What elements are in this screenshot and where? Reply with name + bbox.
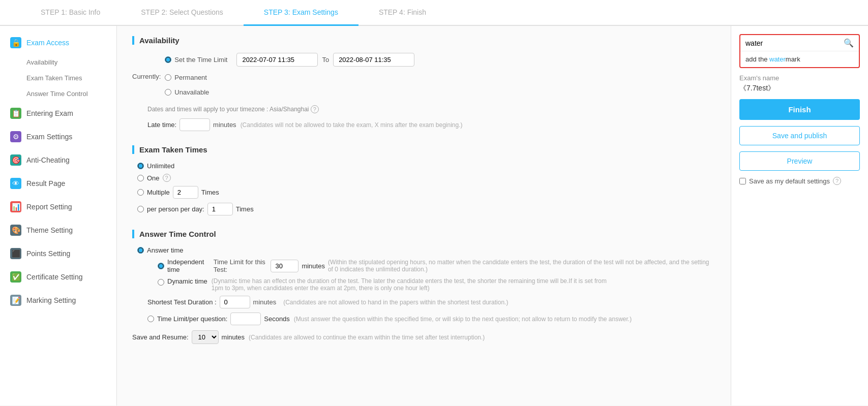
unlimited-label[interactable]: Unlimited [147, 162, 174, 170]
answer-time-block: Independent time Time Limit for this Tes… [147, 258, 715, 292]
unavailable-label[interactable]: Unavailable [174, 88, 209, 96]
stepper: STEP 1: Basic Info STEP 2: Select Questi… [0, 0, 868, 26]
unavailable-radio[interactable] [165, 89, 171, 96]
per-person-label[interactable]: per person per day: [147, 205, 204, 213]
sidebar-item-exam-access[interactable]: 🔒 Exam Access [0, 31, 116, 54]
preview-button[interactable]: Preview [739, 151, 860, 171]
independent-time-label[interactable]: Independent time [167, 258, 208, 273]
help-icon-timezone[interactable]: ? [311, 105, 319, 113]
search-result-highlight: water [769, 55, 786, 63]
dynamic-time-label[interactable]: Dynamic time [167, 277, 207, 285]
sidebar-subitem-availability[interactable]: Availability [0, 54, 116, 70]
time-limit-label: Time Limit for this Test: [214, 258, 268, 273]
search-input[interactable] [745, 39, 844, 47]
availability-section: Availability Currently: Set the Time Lim… [132, 36, 715, 131]
late-time-minutes: minutes [213, 121, 236, 129]
sidebar-subitem-answer-time-control[interactable]: Answer Time Control [0, 86, 116, 102]
one-radio-group: One ? [137, 174, 715, 182]
to-label: To [322, 56, 329, 64]
late-time-input[interactable] [179, 118, 210, 131]
marking-icon: 📝 [10, 295, 21, 306]
time-per-q-input[interactable] [230, 313, 261, 325]
multiple-value-input[interactable] [173, 186, 198, 199]
search-result-item[interactable]: add the watermark [740, 51, 859, 67]
availability-title: Availability [132, 36, 715, 45]
lock-icon: 🔒 [10, 37, 21, 48]
palette-icon: 🎨 [10, 225, 21, 236]
one-label[interactable]: One [147, 174, 160, 182]
shortest-hint: (Candidates are not allowed to hand in t… [283, 299, 508, 306]
help-icon-one[interactable]: ? [163, 174, 171, 182]
main-layout: 🔒 Exam Access Availability Exam Taken Ti… [0, 26, 868, 405]
late-time-hint: (Candidates will not be allowed to take … [241, 121, 463, 129]
sidebar-item-theme-setting[interactable]: 🎨 Theme Setting [0, 218, 116, 242]
eye-icon: 👁 [10, 178, 21, 189]
default-settings-label: Save as my default settings [749, 177, 830, 185]
save-resume-hint: (Candidates are allowed to continue the … [249, 334, 485, 341]
time-per-q-label[interactable]: Time Limit/per question: [157, 315, 227, 323]
search-result-pre: add the [745, 55, 769, 63]
finish-button[interactable]: Finish [739, 99, 860, 120]
date-from-input[interactable] [236, 53, 318, 67]
shortest-input[interactable] [220, 296, 250, 308]
independent-time-row: Independent time Time Limit for this Tes… [158, 258, 715, 273]
independent-time-radio[interactable] [158, 263, 164, 269]
time-per-q-row: Time Limit/per question: Seconds (Must a… [147, 313, 715, 325]
sidebar: 🔒 Exam Access Availability Exam Taken Ti… [0, 26, 117, 405]
currently-row: Currently: Set the Time Limit To Permane… [132, 53, 715, 100]
sidebar-item-entering-exam[interactable]: 📋 Entering Exam [0, 102, 116, 125]
multiple-radio[interactable] [137, 189, 144, 196]
dynamic-time-row: Dynamic time (Dynamic time has an effect… [158, 277, 715, 292]
sidebar-item-marking-setting[interactable]: 📝 Marking Setting [0, 289, 116, 312]
sidebar-item-anti-cheating[interactable]: 🎯 Anti-Cheating [0, 148, 116, 172]
sidebar-item-exam-settings[interactable]: ⚙ Exam Settings [0, 125, 116, 148]
sidebar-item-result-page[interactable]: 👁 Result Page [0, 172, 116, 195]
sidebar-item-report-setting[interactable]: 📊 Report Setting [0, 195, 116, 218]
chart-icon: 📊 [10, 201, 21, 212]
time-per-q-hint: (Must answer the question within the spe… [294, 316, 632, 323]
default-settings-checkbox[interactable] [739, 178, 746, 184]
set-time-limit-radio-group: Set the Time Limit To [165, 53, 414, 67]
timezone-note: Dates and times will apply to your timez… [147, 105, 715, 113]
step3[interactable]: STEP 3: Exam Settings [244, 0, 358, 26]
help-icon-default[interactable]: ? [833, 177, 841, 185]
per-person-radio-group: per person per day: Times [137, 203, 715, 215]
permanent-label[interactable]: Permanent [174, 74, 207, 81]
permanent-radio[interactable] [165, 74, 171, 81]
dynamic-time-radio[interactable] [158, 279, 164, 286]
right-panel: 🔍 add the watermark Exam's name 《7.7test… [731, 26, 868, 405]
search-box-wrapper: 🔍 add the watermark [739, 34, 860, 68]
sidebar-subitem-exam-taken-times[interactable]: Exam Taken Times [0, 70, 116, 86]
time-limit-input[interactable] [271, 260, 298, 272]
save-publish-button[interactable]: Save and publish [739, 126, 860, 145]
times-label: Times [201, 189, 219, 196]
answer-time-label[interactable]: Answer time [147, 246, 184, 254]
shortest-label: Shortest Test Duration : [147, 298, 217, 306]
save-resume-select[interactable]: 10 5 15 20 30 [192, 330, 219, 344]
answer-time-radio[interactable] [137, 247, 144, 254]
date-to-input[interactable] [333, 53, 414, 67]
search-icon[interactable]: 🔍 [844, 38, 854, 48]
unlimited-radio-group: Unlimited [137, 162, 715, 170]
sidebar-item-certificate-setting[interactable]: ✅ Certificate Setting [0, 265, 116, 289]
one-radio[interactable] [137, 175, 144, 181]
dynamic-hint: (Dynamic time has an effect on the durat… [212, 277, 618, 292]
sidebar-item-points-setting[interactable]: ⬛ Points Setting [0, 242, 116, 265]
step2[interactable]: STEP 2: Select Questions [121, 0, 244, 26]
per-person-times-label: Times [236, 205, 254, 213]
unlimited-radio[interactable] [137, 163, 144, 169]
exam-name-block: Exam's name 《7.7test》 [739, 74, 860, 93]
exam-taken-times-section: Exam Taken Times Unlimited One ? Multipl… [132, 145, 715, 215]
exam-taken-times-title: Exam Taken Times [132, 145, 715, 154]
late-time-label: Late time: [147, 121, 176, 129]
set-time-limit-label[interactable]: Set the Time Limit [174, 56, 227, 64]
per-person-radio[interactable] [137, 206, 144, 212]
step4[interactable]: STEP 4: Finish [358, 0, 446, 26]
clipboard-icon: 📋 [10, 108, 21, 119]
step1[interactable]: STEP 1: Basic Info [20, 0, 121, 26]
multiple-label[interactable]: Multiple [147, 189, 170, 196]
time-per-q-radio[interactable] [147, 316, 154, 322]
per-person-value-input[interactable] [207, 203, 233, 215]
set-time-limit-radio[interactable] [165, 56, 171, 63]
default-settings-row: Save as my default settings ? [739, 177, 860, 185]
